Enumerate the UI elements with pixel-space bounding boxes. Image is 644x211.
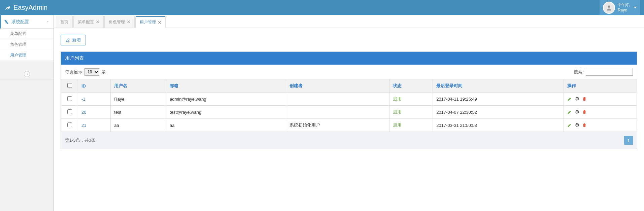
sidebar-item-menu-config[interactable]: 菜单配置	[0, 29, 54, 39]
col-status[interactable]: 状态	[389, 79, 433, 93]
cell-creator: 系统初始化用户	[286, 119, 389, 132]
tab-label: 用户管理	[140, 20, 156, 25]
panel-footer: 第1-3条，共3条 1	[61, 132, 637, 149]
table-row: 20testtest@raye.wang启用2017-04-07 22:30:5…	[61, 106, 637, 119]
username-text: Raye	[618, 8, 627, 12]
col-username[interactable]: 用户名	[111, 79, 166, 93]
leaf-icon	[4, 4, 11, 11]
navbar-brand[interactable]: EasyAdmin	[4, 4, 47, 11]
gear-icon[interactable]	[575, 123, 579, 128]
caret-down-icon	[634, 7, 637, 8]
tab-label: 首页	[60, 19, 68, 25]
cell-creator	[286, 106, 389, 119]
col-actions[interactable]: 操作	[564, 79, 637, 93]
cell-email: admin@raye.wang	[166, 93, 286, 106]
cell-actions	[564, 93, 637, 106]
chevron-down-icon	[46, 20, 49, 24]
cell-username: Raye	[111, 93, 166, 106]
table-header-row: ID 用户名 邮箱 创建者 状态 最后登录时间 操作	[61, 79, 637, 93]
cell-username: aa	[111, 119, 166, 132]
row-checkbox[interactable]	[67, 122, 72, 127]
tab-label: 角色管理	[109, 19, 125, 25]
table-row: 21aaaa系统初始化用户启用2017-03-31 21:50:53	[61, 119, 637, 132]
col-id[interactable]: ID	[78, 79, 111, 93]
col-email[interactable]: 邮箱	[166, 79, 286, 93]
cell-id[interactable]: -1	[78, 93, 111, 106]
trash-icon[interactable]	[582, 97, 587, 101]
row-checkbox[interactable]	[67, 109, 72, 114]
per-page-suffix: 条	[101, 69, 106, 75]
gear-icon[interactable]	[575, 110, 579, 114]
sidebar-item-role-mgmt[interactable]: 角色管理	[0, 39, 54, 50]
select-all-checkbox[interactable]	[67, 83, 72, 88]
tab-user-mgmt[interactable]: 用户管理 ✕	[135, 16, 166, 28]
panel-title: 用户列表	[61, 52, 637, 65]
user-list-panel: 用户列表 每页显示 10 条 搜索:	[61, 51, 637, 149]
close-icon[interactable]: ✕	[96, 20, 99, 24]
cell-actions	[564, 119, 637, 132]
sidebar: 系统配置 菜单配置 角色管理 用户管理 ‹‹	[0, 15, 54, 211]
table-row: -1Rayeadmin@raye.wang启用2017-04-11 19:25:…	[61, 93, 637, 106]
sidebar-collapse[interactable]: ‹‹	[0, 69, 54, 79]
cell-id[interactable]: 21	[78, 119, 111, 132]
wrench-icon	[4, 20, 9, 24]
col-creator[interactable]: 创建者	[286, 79, 389, 93]
edit-icon	[66, 38, 70, 42]
cell-status: 启用	[389, 93, 433, 106]
col-lastlogin[interactable]: 最后登录时间	[433, 79, 564, 93]
close-icon[interactable]: ✕	[158, 20, 161, 25]
add-button[interactable]: 新增	[61, 35, 86, 45]
user-menu[interactable]: 中午好, Raye	[600, 0, 640, 15]
search-label: 搜索:	[574, 69, 584, 75]
close-icon[interactable]: ✕	[127, 20, 130, 24]
add-button-label: 新增	[72, 37, 81, 43]
cell-email: aa	[166, 119, 286, 132]
main-area: 首页 菜单配置 ✕ 角色管理 ✕ 用户管理 ✕ 新增	[54, 15, 644, 211]
cell-lastlogin: 2017-04-11 19:25:49	[433, 93, 564, 106]
sidebar-item-system-config[interactable]: 系统配置	[0, 15, 54, 29]
per-page-prefix: 每页显示	[65, 69, 82, 75]
tab-bar: 首页 菜单配置 ✕ 角色管理 ✕ 用户管理 ✕	[54, 15, 644, 28]
greeting-text: 中午好,	[618, 3, 630, 7]
pencil-icon[interactable]	[567, 97, 572, 101]
tab-menu-config[interactable]: 菜单配置 ✕	[73, 16, 104, 28]
trash-icon[interactable]	[582, 110, 587, 114]
sidebar-item-user-mgmt[interactable]: 用户管理	[0, 50, 54, 61]
cell-status: 启用	[389, 119, 433, 132]
cell-status: 启用	[389, 106, 433, 119]
tab-label: 菜单配置	[78, 19, 94, 25]
row-checkbox[interactable]	[67, 96, 72, 101]
user-table: ID 用户名 邮箱 创建者 状态 最后登录时间 操作 -1Rayeadmin@r…	[61, 79, 637, 132]
per-page-select[interactable]: 10	[84, 68, 99, 76]
tab-home[interactable]: 首页	[56, 16, 73, 28]
cell-lastlogin: 2017-04-07 22:30:52	[433, 106, 564, 119]
pencil-icon[interactable]	[567, 123, 572, 128]
sidebar-parent-label: 系统配置	[11, 19, 29, 25]
panel-toolbar: 每页显示 10 条 搜索:	[61, 65, 637, 79]
tab-content: 新增 用户列表 每页显示 10 条 搜索:	[54, 28, 644, 156]
cell-email: test@raye.wang	[166, 106, 286, 119]
user-greeting: 中午好, Raye	[618, 2, 630, 13]
trash-icon[interactable]	[582, 123, 587, 128]
cell-creator	[286, 93, 389, 106]
app-title: EasyAdmin	[13, 4, 47, 11]
avatar	[603, 2, 615, 14]
gear-icon[interactable]	[575, 97, 579, 101]
pager-info: 第1-3条，共3条	[65, 137, 96, 143]
page-button-1[interactable]: 1	[624, 136, 633, 145]
cell-id[interactable]: 20	[78, 106, 111, 119]
cell-actions	[564, 106, 637, 119]
pencil-icon[interactable]	[567, 110, 572, 114]
svg-point-0	[608, 5, 610, 8]
search-input[interactable]	[586, 68, 633, 76]
tab-role-mgmt[interactable]: 角色管理 ✕	[104, 16, 135, 28]
cell-lastlogin: 2017-03-31 21:50:53	[433, 119, 564, 132]
double-chevron-left-icon: ‹‹	[27, 72, 27, 76]
cell-username: test	[111, 106, 166, 119]
top-navbar: EasyAdmin 中午好, Raye	[0, 0, 644, 15]
pager: 1	[624, 136, 633, 145]
